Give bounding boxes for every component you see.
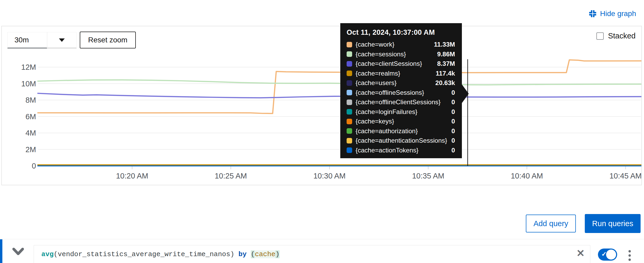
hide-graph-link[interactable]: Hide graph [588,9,636,18]
tooltip-series-row: {cache=offlineClientSessions}0 [347,97,455,107]
series-color-swatch [347,128,352,134]
series-label: {cache=sessions} [356,51,435,58]
add-query-button[interactable]: Add query [526,215,576,232]
series-label: {cache=offlineSessions} [356,89,449,96]
duration-value: 30m [14,36,29,44]
series-color-swatch [347,51,352,57]
chart-tooltip: Oct 11, 2024, 10:37:00 AM {cache=work}11… [340,23,462,158]
series-value: 0 [451,147,455,154]
series-label: {cache=work} [356,41,431,48]
hide-graph-label: Hide graph [600,9,636,18]
run-queries-button[interactable]: Run queries [585,214,641,233]
series-label: {cache=authenticationSessions} [356,137,449,144]
tooltip-series-row: {cache=loginFailures}0 [347,107,455,117]
tooltip-series-row: {cache=sessions}9.86M [347,49,455,59]
query-kebab-menu[interactable] [624,249,635,262]
series-label: {cache=users} [356,79,433,87]
series-value: 0 [451,118,455,125]
duration-select[interactable]: 30m [7,32,47,48]
stacked-label: Stacked [608,32,636,40]
caret-down-icon [59,38,65,42]
series-label: {cache=actionTokens} [356,147,449,154]
tooltip-series-row: {cache=clientSessions}8.37M [347,59,455,69]
series-value: 11.33M [434,41,455,48]
series-color-swatch [347,138,352,143]
toggle-knob [606,250,616,260]
series-value: 0 [451,127,455,135]
series-label: {cache=authorization} [356,127,449,135]
tooltip-series-row: {cache=users}20.63k [347,78,455,88]
series-color-swatch [347,71,352,76]
series-value: 0 [451,98,455,106]
series-value: 0 [451,108,455,116]
tooltip-series-row: {cache=authenticationSessions}0 [347,136,455,146]
series-label: {cache=loginFailures} [356,108,449,116]
stacked-control: Stacked [596,32,636,40]
tooltip-series-list: {cache=work}11.33M{cache=sessions}9.86M{… [347,40,455,155]
clear-query-icon[interactable]: ✕ [575,247,586,259]
series-value: 0 [451,89,455,96]
query-accent-bar [0,239,2,263]
compress-icon [588,9,597,18]
tooltip-series-row: {cache=authorization}0 [347,126,455,136]
chevron-down-icon [12,247,24,256]
series-color-swatch [347,100,352,105]
series-value: 9.86M [437,51,455,58]
series-value: 20.63k [435,79,455,87]
series-value: 117.4k [436,70,455,77]
series-color-swatch [347,119,352,124]
graph-card [1,26,642,185]
tooltip-series-row: {cache=actionTokens}0 [347,146,455,155]
series-color-swatch [347,90,352,95]
series-color-swatch [347,147,352,153]
tooltip-arrow [461,84,469,104]
tooltip-timestamp: Oct 11, 2024, 10:37:00 AM [347,28,455,37]
duration-select-toggle[interactable] [47,32,77,48]
query-enabled-toggle[interactable]: ✓ [598,249,617,261]
promql-expression: avg(vendor_statistics_average_write_time… [41,250,279,258]
series-color-swatch [347,80,352,86]
tooltip-series-row: {cache=work}11.33M [347,40,455,49]
series-value: 0 [451,137,455,144]
tooltip-series-row: {cache=offlineSessions}0 [347,88,455,98]
tooltip-series-row: {cache=keys}0 [347,117,455,126]
reset-zoom-button[interactable]: Reset zoom [80,32,136,48]
series-label: {cache=offlineClientSessions} [356,98,449,106]
series-color-swatch [347,61,352,67]
series-label: {cache=keys} [356,118,449,125]
query-row: avg(vendor_statistics_average_write_time… [0,239,644,263]
query-expand-button[interactable] [12,247,25,257]
series-value: 8.37M [437,60,455,67]
series-color-swatch [347,42,352,47]
metrics-page: Hide graph 30m Reset zoom Stacked 02M4M6… [0,0,644,263]
series-color-swatch [347,109,352,115]
tooltip-series-row: {cache=realms}117.4k [347,69,455,78]
series-label: {cache=realms} [356,70,433,77]
stacked-checkbox[interactable] [596,32,604,40]
query-expression-input[interactable]: avg(vendor_statistics_average_write_time… [34,245,590,263]
series-label: {cache=clientSessions} [356,60,435,67]
